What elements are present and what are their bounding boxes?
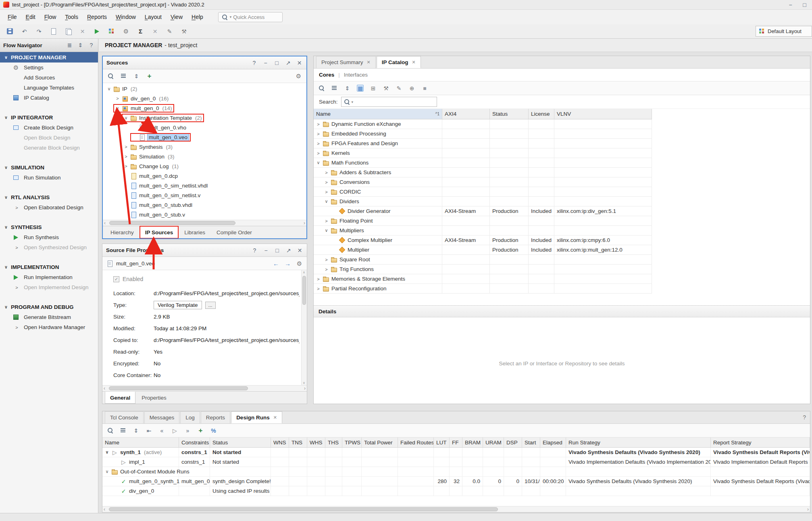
sources-item-mult-gen-0-stub-v[interactable]: mult_gen_0_stub.v [103,210,306,219]
runs-column-name[interactable]: Name [102,438,179,447]
runs-column-ff[interactable]: FF [450,438,462,447]
copy-icon[interactable] [65,28,71,35]
close-icon[interactable]: ✕ [412,60,416,65]
ffwd-icon[interactable]: » [184,427,191,434]
chevron-right-icon[interactable]: > [124,154,128,159]
catalog-row-partial-reconfiguration[interactable]: >Partial Reconfiguration [314,284,652,294]
first-icon[interactable]: ⇤ [146,427,152,434]
wrench-icon[interactable]: ⚒ [383,85,389,92]
undo-icon[interactable]: ↶ [21,28,28,35]
runs-column-elapsed[interactable]: Elapsed [540,438,566,447]
catalog-column-name[interactable]: Name^1 [314,109,442,119]
flow-item-add-sources[interactable]: Add Sources [0,73,98,83]
runs-row-mult-gen-0-synth-1[interactable]: ✓mult_gen_0_synth_1mult_gen_0synth_desig… [102,477,810,486]
chevron-down-icon[interactable]: ∨ [107,86,111,92]
delete-icon[interactable]: ✕ [79,28,86,35]
debug-icon[interactable]: ⚒ [181,28,187,35]
runs-tab-reports[interactable]: Reports [201,411,230,423]
float-icon[interactable]: ↗ [285,59,291,66]
chevron-right-icon[interactable]: > [316,141,321,146]
chevron-right-icon[interactable]: > [324,170,329,175]
chevron-right-icon[interactable]: > [324,257,329,262]
dock-icon[interactable]: ≣ [66,42,73,49]
flow-item-run-synthesis[interactable]: Run Synthesis [0,232,98,242]
flow-section-header-simulation[interactable]: ∨SIMULATION [0,162,98,173]
quick-access-input[interactable]: ▾ Quick Access [218,12,283,22]
flow-item-run-implementation[interactable]: Run Implementation [0,272,98,282]
menu-view[interactable]: View [166,11,187,23]
flow-item-open-hardware-manager[interactable]: >Open Hardware Manager [0,322,98,332]
sources-item-simulation[interactable]: >Simulation(3) [103,152,306,161]
runs-column-whs[interactable]: WHS [307,438,325,447]
addrepo-icon[interactable]: ⊕ [408,85,415,92]
catalog-row-math-functions[interactable]: ∨Math Functions [314,158,652,168]
runs-row-synth-1[interactable]: ∨▷synth_1 (active)constrs_1Not startedVi… [102,448,810,457]
runs-column-run-strategy[interactable]: Run Strategy [566,438,711,447]
catalog-row-memories-storage-elements[interactable]: >Memories & Storage Elements [314,274,652,284]
add-icon[interactable]: + [146,73,153,79]
edit-icon[interactable]: ✎ [166,28,173,35]
hierarchy-icon[interactable]: ⊞ [370,85,377,92]
runs-row-out-of-context-module-runs[interactable]: ∨Out-of-Context Module Runs [102,467,810,477]
scrollbar-thumb[interactable] [109,507,498,511]
minimize-icon[interactable]: − [262,247,269,254]
chevron-right-icon[interactable]: > [324,219,329,223]
runs-column-status[interactable]: Status [210,438,271,447]
runs-column-lut[interactable]: LUT [434,438,450,447]
chevron-down-icon[interactable]: ∨ [105,469,109,474]
sources-hscrollbar[interactable] [103,220,306,226]
sources-tab-libraries[interactable]: Libraries [179,226,210,238]
runs-column-bram[interactable]: BRAM [462,438,483,447]
flow-item-open-synthesized-design[interactable]: >Open Synthesized Design [0,242,98,252]
flow-item-open-elaborated-design[interactable]: >Open Elaborated Design [0,202,98,213]
flow-item-generate-block-design[interactable]: Generate Block Design [0,143,98,153]
close-icon[interactable]: ✕ [296,247,303,254]
catalog-tab-project-summary[interactable]: Project Summary✕ [316,56,376,68]
catalog-row-floating-point[interactable]: >Floating Point [314,216,652,226]
chevron-down-icon[interactable]: ∨ [316,160,321,165]
chevron-right-icon[interactable]: > [324,267,329,272]
properties-vscrollbar[interactable] [301,270,307,385]
minimize-icon[interactable]: − [787,1,794,8]
catalog-row-multipliers[interactable]: ∨Multipliers [314,226,652,235]
flow-section-header-implementation[interactable]: ∨IMPLEMENTATION [0,262,98,272]
chevron-down-icon[interactable]: ∨ [115,106,120,111]
sources-item-mult-gen-0-sim-netlist-v[interactable]: mult_gen_0_sim_netlist.v [103,190,306,200]
sources-tab-ip-sources[interactable]: IP Sources [140,226,179,238]
flow-item-language-templates[interactable]: Language Templates [0,83,98,93]
flow-section-header-project-manager[interactable]: ∨PROJECT MANAGER [0,52,98,63]
maximize-icon[interactable]: □ [801,1,808,8]
flow-item-generate-bitstream[interactable]: Generate Bitstream [0,312,98,322]
maximize-icon[interactable]: □ [273,59,280,66]
expand-icon[interactable]: ⇕ [344,85,351,92]
flow-item-ip-catalog[interactable]: IP Catalog [0,93,98,103]
sources-tab-hierarchy[interactable]: Hierarchy [105,226,139,238]
catalog-subtab-cores[interactable]: Cores [319,72,334,78]
help-icon[interactable]: ? [803,414,806,421]
add-icon[interactable]: + [197,427,204,434]
rewind-icon[interactable]: « [158,427,165,434]
catalog-row-dynamic-function-exchange[interactable]: >Dynamic Function eXchange [314,119,652,129]
menu-reports[interactable]: Reports [83,11,111,23]
search-icon[interactable] [107,427,114,434]
catalog-search-input[interactable]: ▾ [341,97,437,107]
chevron-down-icon[interactable]: ∨ [105,450,109,455]
menu-edit[interactable]: Edit [21,11,40,23]
chevron-right-icon[interactable]: > [124,164,128,169]
expand-icon[interactable]: ⇕ [133,427,139,434]
scrollbar-thumb[interactable] [109,221,235,225]
catalog-tab-ip-catalog[interactable]: IP Catalog✕ [377,56,421,68]
run-icon[interactable] [94,28,100,35]
sum-icon[interactable]: Σ [137,28,144,35]
properties-tab-properties[interactable]: Properties [136,392,172,404]
sources-item-ip[interactable]: ∨IP(2) [103,84,306,94]
chevron-down-icon[interactable]: ∨ [124,115,128,121]
back-icon[interactable]: ← [273,260,279,267]
catalog-row-dividers[interactable]: ∨Dividers [314,197,652,206]
catalog-row-adders-subtracters[interactable]: >Adders & Subtracters [314,168,652,177]
chevron-right-icon[interactable]: > [316,122,321,127]
flow-item-create-block-design[interactable]: Create Block Design [0,123,98,133]
chevron-down-icon[interactable]: ∨ [324,228,329,233]
chevron-right-icon[interactable]: > [324,190,329,194]
runs-column-total-power[interactable]: Total Power [362,438,398,447]
